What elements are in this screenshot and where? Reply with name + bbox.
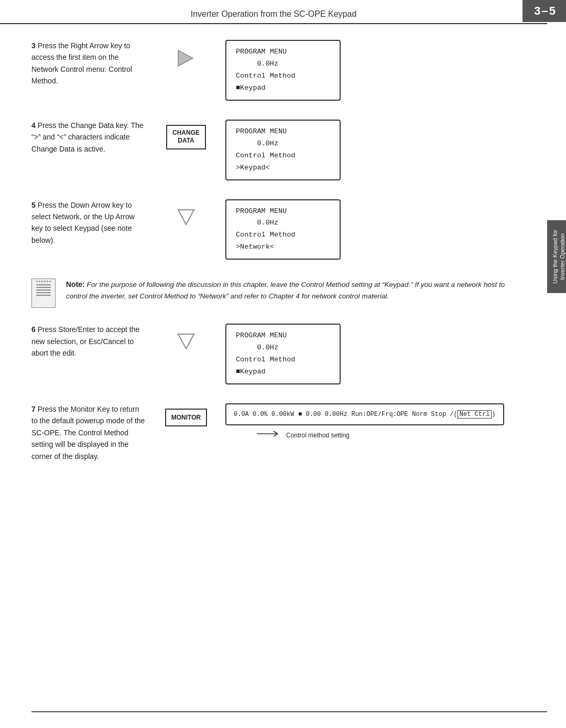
monitor-lcd-line-3: Run:OPE/Frq:OPE [351, 411, 408, 418]
net-ctrl-box: Net Ctrl [458, 410, 492, 419]
step-4-lcd: PROGRAM MENU 0.0Hz Control Method >Keypa… [225, 120, 341, 180]
change-data-button[interactable]: CHANGE DATA [166, 125, 206, 149]
step-5-number: 5 [31, 201, 36, 209]
dot-5 [47, 281, 48, 282]
step-3-lcd: PROGRAM MENU 0.0Hz Control Method ■Keypa… [225, 40, 341, 101]
note-icon-lines [36, 284, 51, 296]
line-1 [36, 284, 51, 285]
step-3-row: 3 Press the Right Arrow key to access th… [31, 40, 516, 101]
lcd-line-2: 0.0Hz [236, 138, 330, 150]
step-3-icon [162, 40, 210, 71]
lcd-line-2: 0.0Hz [236, 58, 330, 70]
note-body: For the purpose of following the discuss… [66, 281, 505, 300]
line-5 [36, 295, 51, 296]
lcd-line-1: PROGRAM MENU [236, 206, 330, 218]
down-arrow-2-icon [173, 329, 199, 355]
dot-1 [36, 281, 38, 282]
step-4-number: 4 [31, 121, 36, 130]
change-data-label-line1: CHANGE [172, 129, 200, 137]
note-row: Note: For the purpose of following the d… [31, 279, 516, 308]
lcd-line-2: 0.0Hz [236, 217, 330, 229]
lcd-line-1: PROGRAM MENU [236, 46, 330, 58]
step-6-display: PROGRAM MENU 0.0Hz Control Method ■Keypa… [225, 324, 516, 384]
dot-6 [49, 281, 51, 282]
svg-marker-0 [178, 50, 193, 66]
lcd-line-1: PROGRAM MENU [236, 126, 330, 138]
monitor-lcd-line-4: Norm Stop /(Net Ctrl) [412, 410, 495, 419]
monitor-label: MONITOR [171, 414, 201, 421]
step-6-row: 6 Press Store/Enter to accept the new se… [31, 324, 516, 384]
step-3-number: 3 [31, 41, 36, 50]
page-header-title: Inverter Operation from the SC-OPE Keypa… [191, 9, 357, 19]
lcd-line-3: Control Method [236, 70, 330, 82]
step-5-description: Press the Down Arrow key to select Netwo… [31, 201, 135, 244]
step-6-text: 6 Press Store/Enter to accept the new se… [31, 324, 147, 359]
step-5-display: PROGRAM MENU 0.0Hz Control Method >Netwo… [225, 199, 516, 260]
step-6-lcd: PROGRAM MENU 0.0Hz Control Method ■Keypa… [225, 324, 341, 384]
dot-3 [41, 281, 43, 282]
monitor-lcd-line-1: 0.0A 0.0% 0.00kW [234, 411, 294, 418]
step-6-number: 6 [31, 325, 36, 334]
right-sidebar-tab: Using the Keypad for Inverter Operation [547, 220, 566, 293]
lcd-line-4: >Network< [236, 241, 330, 253]
dot-4 [44, 281, 46, 282]
lcd-line-4: >Keypad< [236, 162, 330, 174]
note-label: Note: [66, 280, 85, 288]
note-icon [31, 279, 56, 308]
down-arrow-icon [173, 205, 199, 231]
step-6-description: Press Store/Enter to accept the new sele… [31, 325, 139, 357]
bottom-rule [31, 711, 547, 712]
step-5-icon [162, 199, 210, 231]
lcd-line-3: Control Method [236, 354, 330, 366]
step-5-lcd: PROGRAM MENU 0.0Hz Control Method >Netwo… [225, 199, 341, 260]
page-header: Inverter Operation from the SC-OPE Keypa… [0, 0, 547, 24]
line-3 [36, 290, 51, 291]
step-7-description: Press the Monitor Key to return to the d… [31, 405, 145, 461]
step-7-row: 7 Press the Monitor Key to return to the… [31, 403, 516, 462]
main-content: 3 Press the Right Arrow key to access th… [0, 24, 547, 497]
step-3-description: Press the Right Arrow key to access the … [31, 41, 132, 85]
step-3-display: PROGRAM MENU 0.0Hz Control Method ■Keypa… [225, 40, 516, 101]
step-6-icon [162, 324, 210, 355]
step-3-text: 3 Press the Right Arrow key to access th… [31, 40, 147, 87]
line-4 [36, 292, 51, 293]
caption-arrow-icon [257, 430, 283, 437]
note-icon-dots [36, 281, 51, 282]
step-4-description: Press the Change Data key. The “>” and “… [31, 121, 144, 153]
lcd-line-4: ■Keypad [236, 82, 330, 94]
svg-marker-2 [178, 334, 194, 349]
note-text: Note: For the purpose of following the d… [66, 279, 516, 302]
step-5-text: 5 Press the Down Arrow key to select Net… [31, 199, 147, 247]
step-4-row: 4 Press the Change Data key. The “>” and… [31, 120, 516, 180]
line-2 [36, 287, 51, 288]
step-7-text: 7 Press the Monitor Key to return to the… [31, 403, 147, 462]
step-5-row: 5 Press the Down Arrow key to select Net… [31, 199, 516, 260]
lcd-line-2: 0.0Hz [236, 342, 330, 354]
lcd-line-4: ■Keypad [236, 366, 330, 378]
lcd-line-1: PROGRAM MENU [236, 330, 330, 342]
dot-2 [39, 281, 40, 282]
right-arrow-icon [173, 45, 199, 71]
monitor-button[interactable]: MONITOR [165, 409, 207, 426]
step-7-lcd: 0.0A 0.0% 0.00kW ■ 0.00 0.00Hz Run:OPE/F… [225, 403, 504, 425]
lcd-line-3: Control Method [236, 229, 330, 241]
monitor-lcd-line-2: ■ 0.00 0.00Hz [298, 411, 347, 418]
step-4-text: 4 Press the Change Data key. The “>” and… [31, 120, 147, 155]
lcd-line-3: Control Method [236, 150, 330, 162]
step-7-number: 7 [31, 405, 36, 413]
step-4-icon: CHANGE DATA [162, 120, 210, 149]
step-4-display: PROGRAM MENU 0.0Hz Control Method >Keypa… [225, 120, 516, 180]
page-badge: 3–5 [523, 0, 566, 22]
change-data-label-line2: DATA [172, 137, 200, 145]
svg-marker-1 [178, 210, 194, 224]
step-7-caption: Control method setting [286, 432, 350, 439]
step-7-display: 0.0A 0.0% 0.00kW ■ 0.00 0.00Hz Run:OPE/F… [225, 403, 516, 439]
step-7-icon: MONITOR [162, 403, 210, 426]
